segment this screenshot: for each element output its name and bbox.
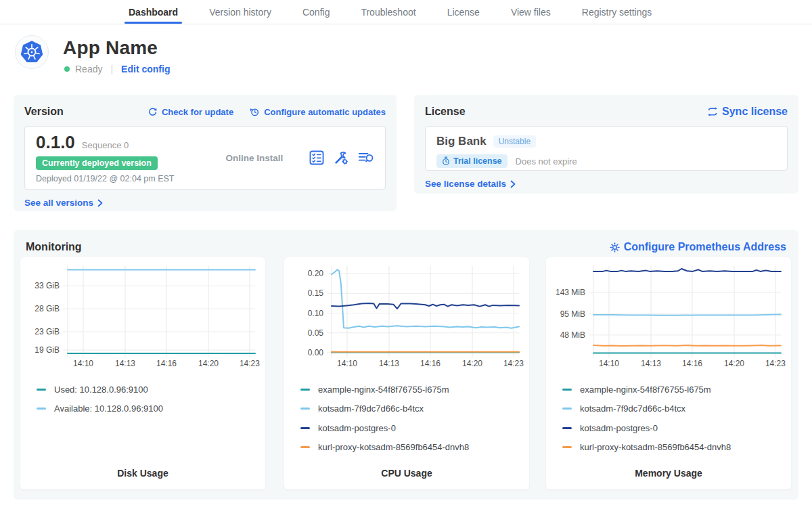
svg-text:48 MiB: 48 MiB (560, 330, 585, 340)
tab-view-files[interactable]: View files (511, 0, 551, 24)
divider: | (108, 64, 116, 74)
legend-item: kurl-proxy-kotsadm-8569fb6454-dnvh8 (562, 441, 731, 454)
svg-text:0.00: 0.00 (308, 348, 324, 357)
tab-registry-settings[interactable]: Registry settings (582, 0, 652, 24)
deployed-timestamp: Deployed 01/19/22 @ 02:04 pm EST (36, 174, 200, 183)
svg-text:19 GiB: 19 GiB (35, 345, 60, 355)
refresh-icon (148, 107, 158, 117)
svg-text:14:10: 14:10 (73, 359, 93, 368)
cpu-usage-chart-card: 14:1014:1314:1614:2014:230.200.150.100.0… (284, 257, 529, 489)
tab-version-history[interactable]: Version history (209, 0, 271, 24)
svg-text:14:16: 14:16 (156, 359, 177, 368)
svg-text:95 MiB: 95 MiB (560, 309, 585, 319)
current-version-row: 0.1.0 Sequence 0 Currently deployed vers… (24, 126, 386, 190)
svg-text:14:10: 14:10 (599, 359, 619, 368)
configure-prometheus-link[interactable]: Configure Prometheus Address (610, 241, 786, 253)
legend-label: kotsadm-7f9dc7d66c-b4tcx (580, 403, 685, 414)
legend-item: kotsadm-7f9dc7d66c-b4tcx (562, 403, 731, 415)
legend-item: kotsadm-7f9dc7d66c-b4tcx (300, 403, 469, 415)
ready-status-dot (64, 66, 70, 72)
tab-dashboard[interactable]: Dashboard (129, 0, 178, 24)
license-expiry: Does not expire (516, 156, 577, 167)
version-card: Version Check for update Configure autom… (14, 95, 397, 211)
svg-text:0.20: 0.20 (308, 269, 324, 278)
svg-text:14:20: 14:20 (198, 359, 219, 368)
legend-item: Available: 10.128.0.96:9100 (37, 403, 163, 415)
legend-swatch (562, 427, 572, 429)
tab-troubleshoot[interactable]: Troubleshoot (361, 0, 415, 24)
svg-text:33 GiB: 33 GiB (35, 281, 60, 290)
app-avatar (15, 35, 49, 69)
kubernetes-logo-icon (18, 39, 45, 66)
config-wrench-icon[interactable] (334, 150, 348, 165)
memory-usage-chart-card: 14:1014:1314:1614:2014:23143 MiB95 MiB48… (546, 257, 791, 489)
preflight-checks-icon[interactable] (309, 150, 324, 165)
svg-text:143 MiB: 143 MiB (556, 288, 585, 297)
svg-text:14:23: 14:23 (240, 359, 260, 368)
chart-title: CPU Usage (284, 468, 529, 479)
legend-item: example-nginx-54f8f76755-l675m (300, 383, 469, 395)
legend-label: kurl-proxy-kotsadm-8569fb6454-dnvh8 (318, 442, 469, 452)
legend-label: kurl-proxy-kotsadm-8569fb6454-dnvh8 (580, 442, 731, 452)
svg-text:14:10: 14:10 (337, 359, 357, 368)
edit-config-link[interactable]: Edit config (121, 64, 170, 74)
legend-label: Available: 10.128.0.96:9100 (54, 403, 163, 414)
sync-arrows-icon (707, 107, 718, 116)
svg-text:14:13: 14:13 (379, 359, 399, 368)
legend-swatch (37, 408, 46, 410)
chevron-right-icon (510, 180, 516, 188)
legend-label: Used: 10.128.0.96:9100 (54, 385, 148, 395)
legend-label: kotsadm-postgres-0 (580, 423, 658, 433)
svg-text:14:23: 14:23 (765, 359, 786, 368)
line-plot: 14:1014:1314:1614:2014:23143 MiB95 MiB48… (546, 257, 791, 372)
gear-icon (610, 242, 620, 252)
legend-label: example-nginx-54f8f76755-l675m (580, 385, 711, 395)
legend-item: Used: 10.128.0.96:9100 (37, 383, 163, 395)
legend-swatch (562, 446, 572, 448)
legend-label: example-nginx-54f8f76755-l675m (318, 385, 449, 395)
svg-text:0.05: 0.05 (308, 328, 324, 338)
install-type-label: Online Install (200, 153, 309, 163)
version-card-title: Version (24, 106, 64, 118)
legend-label: kotsadm-7f9dc7d66c-b4tcx (318, 403, 424, 414)
svg-text:0.10: 0.10 (308, 309, 324, 318)
monitoring-title: Monitoring (26, 241, 82, 253)
license-card-title: License (425, 106, 466, 118)
svg-text:0.15: 0.15 (308, 288, 324, 298)
sync-license-link[interactable]: Sync license (707, 106, 788, 118)
deploy-logs-icon[interactable] (358, 150, 374, 165)
chevron-right-icon (97, 199, 103, 207)
trial-license-badge: Trial license (436, 154, 508, 168)
configure-automatic-updates-link[interactable]: Configure automatic updates (250, 107, 386, 117)
auto-update-clock-icon (250, 107, 260, 117)
svg-text:28 GiB: 28 GiB (35, 304, 60, 313)
legend-swatch (37, 389, 46, 391)
see-license-details-link[interactable]: See license details (425, 179, 516, 189)
svg-text:23 GiB: 23 GiB (35, 327, 60, 336)
chart-title: Disk Usage (20, 468, 265, 479)
svg-text:14:16: 14:16 (682, 359, 702, 368)
page-title: App Name (63, 37, 158, 59)
legend-item: kurl-proxy-kotsadm-8569fb6454-dnvh8 (300, 441, 469, 454)
tab-config[interactable]: Config (302, 0, 330, 24)
license-summary-row: Big Bank Unstable Trial license Does not… (425, 126, 788, 171)
license-card: License Sync license Big Bank Unstable (414, 95, 798, 194)
svg-text:14:16: 14:16 (420, 359, 441, 368)
app-status: Ready (75, 64, 102, 74)
svg-text:14:20: 14:20 (462, 359, 482, 368)
legend-swatch (562, 389, 572, 391)
legend-swatch (300, 389, 310, 391)
check-for-update-link[interactable]: Check for update (148, 107, 233, 117)
deployed-badge: Currently deployed version (36, 156, 158, 170)
legend-item: kotsadm-postgres-0 (562, 422, 731, 434)
legend-swatch (300, 408, 310, 410)
legend-item: example-nginx-54f8f76755-l675m (562, 383, 731, 395)
monitoring-section: Monitoring Configure Prometheus Address … (14, 230, 798, 500)
see-all-versions-link[interactable]: See all versions (24, 198, 103, 208)
legend-swatch (562, 408, 572, 410)
svg-text:14:20: 14:20 (724, 359, 744, 368)
sequence-label: Sequence 0 (82, 140, 129, 150)
legend-swatch (300, 446, 310, 448)
version-number: 0.1.0 (36, 132, 75, 153)
tab-license[interactable]: License (447, 0, 480, 24)
